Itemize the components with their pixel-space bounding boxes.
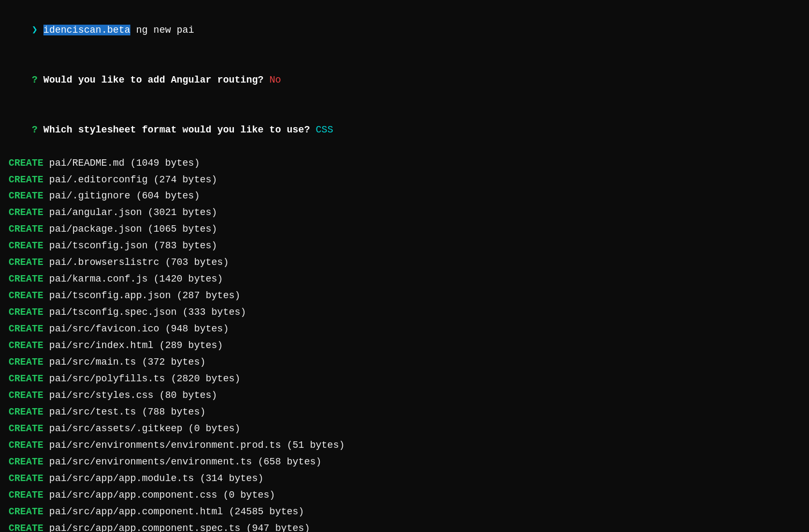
terminal-line-question-routing: ? Would you like to add Angular routing?… [9, 55, 800, 105]
create-path: pai/src/main.ts (372 bytes) [43, 357, 205, 367]
create-line-editorconfig: CREATE pai/.editorconfig (274 bytes) [9, 172, 800, 188]
create-path: pai/src/environments/environment.prod.ts… [43, 440, 345, 450]
command-rest: ng new pai [130, 25, 194, 35]
create-path: pai/angular.json (3021 bytes) [43, 207, 217, 218]
create-path: pai/src/favicon.ico (948 bytes) [43, 323, 229, 334]
question-text-stylesheet: Which stylesheet format would you like t… [38, 124, 316, 135]
command-highlight: idenciscan.beta [43, 25, 130, 35]
create-line-env-prod: CREATE pai/src/environments/environment.… [9, 437, 800, 454]
create-path: pai/src/app/app.component.spec.ts (947 b… [43, 523, 310, 532]
create-path: pai/src/app/app.module.ts (314 bytes) [43, 473, 263, 484]
question-text-routing: Would you like to add Angular routing? [38, 75, 269, 85]
create-path: pai/src/app/app.component.html (24585 by… [43, 506, 304, 517]
create-line-test-ts: CREATE pai/src/test.ts (788 bytes) [9, 404, 800, 420]
create-line-main-ts: CREATE pai/src/main.ts (372 bytes) [9, 354, 800, 371]
create-line-app-component-html: CREATE pai/src/app/app.component.html (2… [9, 504, 800, 520]
create-path: pai/package.json (1065 bytes) [43, 224, 217, 234]
create-label: CREATE [9, 506, 43, 517]
create-line-polyfills: CREATE pai/src/polyfills.ts (2820 bytes) [9, 371, 800, 387]
create-label: CREATE [9, 274, 43, 284]
create-line-app-component-css: CREATE pai/src/app/app.component.css (0 … [9, 487, 800, 504]
create-line-package-json: CREATE pai/package.json (1065 bytes) [9, 221, 800, 238]
create-line-angular-json: CREATE pai/angular.json (3021 bytes) [9, 204, 800, 221]
create-path: pai/karma.conf.js (1420 bytes) [43, 274, 223, 284]
create-label: CREATE [9, 407, 43, 417]
create-path: pai/.editorconfig (274 bytes) [43, 174, 217, 185]
create-path: pai/tsconfig.spec.json (333 bytes) [43, 307, 246, 317]
create-label: CREATE [9, 340, 43, 351]
create-path: pai/src/index.html (289 bytes) [43, 340, 223, 351]
terminal-window: ❯ idenciscan.beta ng new pai ? Would you… [9, 5, 800, 532]
create-path: pai/.browserslistrc (703 bytes) [43, 257, 229, 268]
create-label: CREATE [9, 390, 43, 401]
create-label: CREATE [9, 257, 43, 268]
create-line-gitignore: CREATE pai/.gitignore (604 bytes) [9, 188, 800, 204]
create-path: pai/tsconfig.json (783 bytes) [43, 240, 217, 251]
create-path: pai/tsconfig.app.json (287 bytes) [43, 290, 240, 301]
create-label: CREATE [9, 323, 43, 334]
answer-stylesheet: CSS [316, 124, 333, 135]
create-path: pai/src/styles.css (80 bytes) [43, 390, 217, 401]
create-line-readme: CREATE pai/README.md (1049 bytes) [9, 155, 800, 172]
create-line-tsconfig-json: CREATE pai/tsconfig.json (783 bytes) [9, 238, 800, 254]
create-label: CREATE [9, 307, 43, 317]
create-line-styles-css: CREATE pai/src/styles.css (80 bytes) [9, 387, 800, 404]
create-label: CREATE [9, 290, 43, 301]
create-line-browserslistrc: CREATE pai/.browserslistrc (703 bytes) [9, 254, 800, 271]
create-line-favicon: CREATE pai/src/favicon.ico (948 bytes) [9, 321, 800, 337]
create-line-app-module: CREATE pai/src/app/app.module.ts (314 by… [9, 470, 800, 487]
create-label: CREATE [9, 456, 43, 467]
create-line-assets-gitkeep: CREATE pai/src/assets/.gitkeep (0 bytes) [9, 420, 800, 437]
create-line-karma-conf: CREATE pai/karma.conf.js (1420 bytes) [9, 271, 800, 287]
create-line-index-html: CREATE pai/src/index.html (289 bytes) [9, 337, 800, 354]
create-label: CREATE [9, 440, 43, 450]
create-path: pai/README.md (1049 bytes) [43, 158, 200, 168]
create-path: pai/src/test.ts (788 bytes) [43, 407, 205, 417]
create-label: CREATE [9, 207, 43, 218]
question-prefix-stylesheet: ? [32, 124, 38, 135]
create-path: pai/.gitignore (604 bytes) [43, 190, 200, 201]
create-line-tsconfig-spec: CREATE pai/tsconfig.spec.json (333 bytes… [9, 304, 800, 321]
terminal-line-command: ❯ idenciscan.beta ng new pai [9, 5, 800, 55]
create-line-app-component-spec: CREATE pai/src/app/app.component.spec.ts… [9, 520, 800, 532]
create-path: pai/src/app/app.component.css (0 bytes) [43, 490, 275, 500]
create-label: CREATE [9, 523, 43, 532]
create-label: CREATE [9, 224, 43, 234]
create-label: CREATE [9, 423, 43, 434]
create-label: CREATE [9, 490, 43, 500]
create-line-env: CREATE pai/src/environments/environment.… [9, 454, 800, 470]
create-label: CREATE [9, 174, 43, 185]
answer-routing: No [269, 75, 281, 85]
question-prefix-routing: ? [32, 75, 38, 85]
create-label: CREATE [9, 373, 43, 384]
create-line-tsconfig-app: CREATE pai/tsconfig.app.json (287 bytes) [9, 287, 800, 304]
create-path: pai/src/polyfills.ts (2820 bytes) [43, 373, 240, 384]
create-label: CREATE [9, 240, 43, 251]
create-label: CREATE [9, 158, 43, 168]
create-label: CREATE [9, 473, 43, 484]
create-label: CREATE [9, 190, 43, 201]
terminal-line-question-stylesheet: ? Which stylesheet format would you like… [9, 105, 800, 155]
create-label: CREATE [9, 357, 43, 367]
arrow-icon: ❯ [32, 25, 43, 35]
create-path: pai/src/assets/.gitkeep (0 bytes) [43, 423, 240, 434]
create-path: pai/src/environments/environment.ts (658… [43, 456, 321, 467]
